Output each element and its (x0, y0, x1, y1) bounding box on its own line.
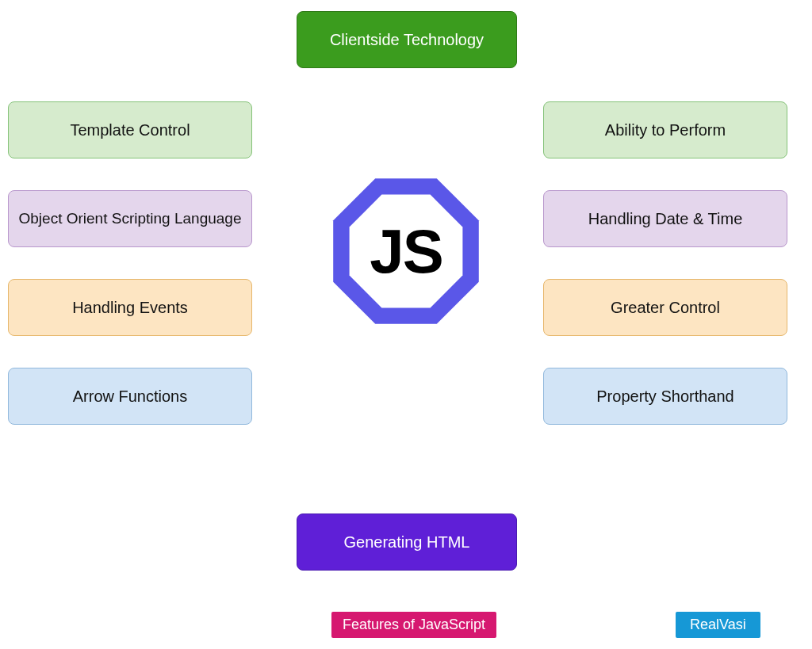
arrow-functions-box: Arrow Functions (8, 368, 252, 425)
clientside-technology-label: Clientside Technology (330, 31, 484, 49)
js-logo: JS (325, 170, 487, 332)
handling-events-label: Handling Events (72, 299, 188, 317)
object-orient-scripting-box: Object Orient Scripting Language (8, 190, 252, 247)
greater-control-box: Greater Control (543, 279, 787, 336)
handling-date-time-label: Handling Date & Time (588, 210, 743, 228)
clientside-technology-box: Clientside Technology (297, 11, 517, 68)
property-shorthand-box: Property Shorthand (543, 368, 787, 425)
template-control-label: Template Control (70, 121, 190, 139)
handling-events-box: Handling Events (8, 279, 252, 336)
generating-html-label: Generating HTML (344, 533, 470, 552)
property-shorthand-label: Property Shorthand (596, 387, 733, 406)
ability-to-perform-label: Ability to Perform (605, 121, 726, 139)
arrow-functions-label: Arrow Functions (73, 387, 188, 406)
ability-to-perform-box: Ability to Perform (543, 101, 787, 158)
object-orient-scripting-label: Object Orient Scripting Language (19, 210, 242, 227)
realvasi-badge: RealVasi (676, 612, 760, 638)
js-logo-text: JS (370, 216, 442, 288)
greater-control-label: Greater Control (611, 299, 720, 317)
features-of-javascript-label: Features of JavaScript (343, 617, 485, 632)
features-of-javascript-badge: Features of JavaScript (331, 612, 496, 638)
realvasi-label: RealVasi (690, 617, 746, 632)
handling-date-time-box: Handling Date & Time (543, 190, 787, 247)
template-control-box: Template Control (8, 101, 252, 158)
generating-html-box: Generating HTML (297, 513, 517, 571)
